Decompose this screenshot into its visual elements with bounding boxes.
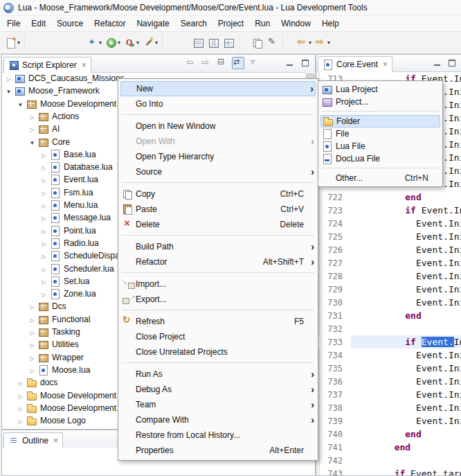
- collapse-all-icon[interactable]: [217, 58, 228, 69]
- tab-outline[interactable]: Outline: [3, 432, 63, 448]
- collapsed-arrow-icon[interactable]: [28, 301, 36, 311]
- menu-source[interactable]: Source: [51, 16, 89, 31]
- menu-item-team[interactable]: Team: [120, 397, 316, 412]
- collapsed-arrow-icon[interactable]: [40, 238, 48, 248]
- view-columns-button[interactable]: [207, 37, 221, 49]
- menu-refactor[interactable]: Refactor: [89, 16, 131, 31]
- menu-item-debug-as[interactable]: Debug As: [120, 382, 316, 397]
- view-grid-button[interactable]: [222, 37, 236, 49]
- menu-item-paste[interactable]: PasteCtrl+V: [120, 202, 316, 217]
- close-icon[interactable]: [82, 61, 87, 69]
- code-line-731[interactable]: 731 end: [316, 309, 461, 322]
- menu-item-refresh[interactable]: RefreshF5: [120, 314, 316, 329]
- menu-item-close-unrelated-projects[interactable]: Close Unrelated Projects: [120, 344, 316, 360]
- code-line-732[interactable]: 732: [316, 322, 461, 335]
- menu-item-build-path[interactable]: Build Path: [120, 239, 316, 254]
- collapsed-arrow-icon[interactable]: [40, 175, 48, 184]
- collapsed-arrow-icon[interactable]: [17, 416, 24, 425]
- expanded-arrow-icon[interactable]: [17, 99, 24, 109]
- menu-item-file[interactable]: File: [320, 127, 440, 140]
- collapsed-arrow-icon[interactable]: [28, 327, 36, 337]
- collapsed-arrow-icon[interactable]: [28, 112, 36, 121]
- menu-item-open-in-new-window[interactable]: Open in New Window: [120, 118, 316, 134]
- menu-item-copy[interactable]: CopyCtrl+C: [120, 186, 316, 202]
- close-icon[interactable]: [383, 60, 388, 69]
- menu-item-doclua-file[interactable]: DocLua File: [320, 152, 440, 165]
- code-line-729[interactable]: 729 Event.IniCategory = Event.IniDCSUnit…: [316, 283, 461, 296]
- dropdown-caret-icon[interactable]: [118, 39, 120, 46]
- expanded-arrow-icon[interactable]: [5, 86, 12, 96]
- code-line-740[interactable]: 740 end: [316, 427, 461, 441]
- dropdown-caret-icon[interactable]: [17, 39, 20, 46]
- profile-button[interactable]: [123, 37, 141, 49]
- menu-item-open-type-hierarchy[interactable]: Open Type Hierarchy: [120, 149, 316, 164]
- menu-help[interactable]: Help: [316, 16, 345, 31]
- menu-item-run-as[interactable]: Run As: [120, 367, 316, 382]
- collapsed-arrow-icon[interactable]: [28, 340, 36, 349]
- expanded-arrow-icon[interactable]: [28, 137, 36, 147]
- collapsed-arrow-icon[interactable]: [40, 150, 48, 159]
- collapsed-arrow-icon[interactable]: [40, 276, 48, 286]
- tab-script-explorer[interactable]: Script Explorer: [3, 57, 91, 73]
- collapsed-arrow-icon[interactable]: [40, 289, 48, 299]
- code-line-741[interactable]: 741 end: [316, 441, 461, 454]
- collapsed-arrow-icon[interactable]: [40, 264, 48, 274]
- collapsed-arrow-icon[interactable]: [28, 124, 36, 134]
- tab-core-event[interactable]: Core.Event: [318, 56, 392, 72]
- close-icon[interactable]: [53, 437, 58, 445]
- maximize-icon[interactable]: [300, 58, 311, 69]
- collapsed-arrow-icon[interactable]: [5, 73, 12, 83]
- menu-run[interactable]: Run: [249, 16, 275, 31]
- external-tools-button[interactable]: [142, 37, 159, 49]
- code-line-722[interactable]: 722 end: [316, 191, 461, 204]
- forward-button[interactable]: [314, 37, 332, 49]
- menu-item-lua-file[interactable]: Lua File: [320, 140, 440, 152]
- collapsed-arrow-icon[interactable]: [17, 378, 24, 387]
- collapsed-arrow-icon[interactable]: [17, 391, 24, 400]
- code-line-736[interactable]: 736 Event.IniUnitName = Event.IniDCSUnit…: [316, 375, 461, 388]
- code-line-730[interactable]: 730 Event.IniTypeName = Event.IniDCSUnit…: [316, 296, 461, 309]
- back-nav-icon[interactable]: [186, 58, 197, 69]
- open-resource-button[interactable]: [251, 37, 264, 49]
- code-line-727[interactable]: 727 Event.IniUnit = STATIC:FindByName( E…: [316, 256, 461, 270]
- code-line-724[interactable]: 724 Event.IniDCSUnit = Event.initiator: [316, 217, 461, 230]
- code-line-739[interactable]: 739 Event.IniTypeName = Event.IniDCSUnit…: [316, 414, 461, 427]
- code-line-734[interactable]: 734 Event.IniDCSUnit = Event.initiator: [316, 349, 461, 362]
- menu-project[interactable]: Project: [213, 16, 249, 31]
- menu-search[interactable]: Search: [175, 16, 213, 31]
- menu-item-source[interactable]: Source: [120, 164, 316, 179]
- menu-item-properties[interactable]: PropertiesAlt+Enter: [120, 443, 316, 458]
- back-button[interactable]: [296, 37, 313, 49]
- menu-item-project[interactable]: Project...: [320, 96, 440, 108]
- menu-item-import[interactable]: Import...: [120, 276, 316, 292]
- menu-item-compare-with[interactable]: Compare With: [120, 412, 316, 427]
- collapsed-arrow-icon[interactable]: [28, 365, 36, 375]
- new-button[interactable]: [4, 37, 21, 49]
- collapsed-arrow-icon[interactable]: [40, 251, 48, 261]
- code-line-725[interactable]: 725 Event.IniDCSUnitName = Event.IniDCSU…: [316, 230, 461, 243]
- code-line-738[interactable]: 738 Event.IniCategory = Event.IniDCSUnit…: [316, 401, 461, 414]
- menu-window[interactable]: Window: [275, 16, 316, 31]
- maximize-icon[interactable]: [446, 58, 458, 69]
- link-with-editor-icon[interactable]: [232, 57, 244, 69]
- code-line-735[interactable]: 735 Event.IniDCSUnitName = Event.IniDCSU…: [316, 362, 461, 375]
- run-button[interactable]: [105, 37, 122, 49]
- dropdown-caret-icon[interactable]: [327, 39, 330, 46]
- menu-item-other[interactable]: Other...Ctrl+N: [320, 172, 440, 184]
- code-line-743[interactable]: 743 if Event.target then: [316, 467, 461, 475]
- menu-navigate[interactable]: Navigate: [131, 16, 174, 31]
- debug-button[interactable]: [86, 37, 103, 49]
- dropdown-caret-icon[interactable]: [155, 39, 158, 46]
- collapsed-arrow-icon[interactable]: [40, 162, 48, 172]
- minimize-icon[interactable]: [432, 58, 443, 69]
- last-edit-location-button[interactable]: [266, 37, 280, 49]
- menu-item-open-with[interactable]: Open With: [120, 134, 316, 149]
- forward-nav-icon[interactable]: [201, 58, 213, 69]
- dropdown-caret-icon[interactable]: [136, 39, 139, 46]
- collapsed-arrow-icon[interactable]: [17, 403, 24, 413]
- minimize-icon[interactable]: [284, 58, 296, 69]
- collapsed-arrow-icon[interactable]: [40, 200, 48, 210]
- code-line-723[interactable]: 723 if Event.IniObjectCategory == Object…: [316, 204, 461, 217]
- menu-item-go-into[interactable]: Go Into: [120, 96, 316, 112]
- menu-item-folder[interactable]: Folder: [320, 115, 440, 127]
